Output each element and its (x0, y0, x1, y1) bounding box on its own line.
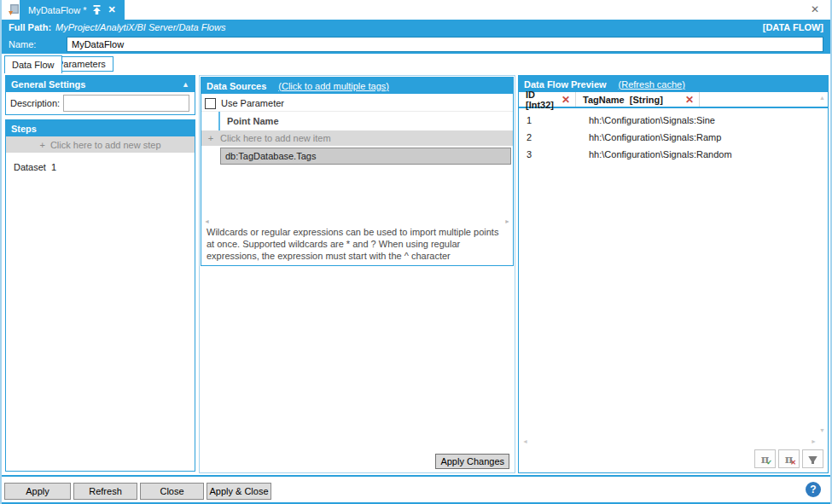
full-path-value: MyProject/AnalytiX/BI Server/Data Flows (55, 22, 225, 32)
plus-icon: + (39, 140, 44, 150)
use-parameter-label: Use Parameter (221, 98, 284, 108)
data-source-value[interactable]: db:TagDatabase.Tags (220, 148, 511, 165)
data-flow-preview-panel: Data Flow Preview (Refresh cache) ID [In… (518, 75, 829, 473)
cell-id: 1 (519, 115, 576, 125)
scroll-left-icon[interactable]: ◄ (204, 218, 210, 224)
refresh-cache-link[interactable]: (Refresh cache) (619, 79, 685, 90)
footer-bar: Apply Refresh Close Apply & Close ? (2, 475, 830, 504)
remove-column-icon[interactable]: ✕ (561, 94, 570, 106)
close-button[interactable]: Close (140, 483, 204, 500)
filter-button[interactable] (802, 449, 823, 468)
column-header-tagname[interactable]: TagName [String] ✕ (576, 92, 700, 107)
scroll-left-icon[interactable]: ◄ (522, 438, 528, 444)
preview-header: Data Flow Preview (Refresh cache) (519, 76, 828, 92)
cell-id: 3 (519, 149, 576, 159)
scroll-right-icon[interactable]: ► (811, 438, 817, 444)
form-tab-strip: Data Flow Parameters (2, 55, 830, 73)
dataflow-editor-window: MyDataFlow * ✕ ✕ Full Path: MyProject/An… (0, 0, 832, 504)
check-icon: ✓ (766, 459, 772, 466)
general-settings-header: General Settings ▲ (6, 76, 195, 92)
funnel-stem (812, 460, 814, 464)
cell-tagname: hh:\Configuration\Signals:Ramp (576, 132, 721, 142)
add-multiple-tags-link[interactable]: (Click to add multiple tags) (278, 81, 389, 91)
editor-header: Full Path: MyProject/AnalytiX/BI Server/… (2, 20, 830, 54)
data-source-row: db:TagDatabase.Tags (201, 148, 513, 165)
apply-button[interactable]: Apply (4, 483, 71, 500)
collapse-panel-icon[interactable]: ▲ (182, 80, 189, 89)
name-label: Name: (9, 39, 67, 49)
data-sources-panel: Data Sources (Click to add multiple tags… (201, 77, 514, 266)
steps-title: Steps (11, 124, 37, 134)
scroll-right-icon[interactable]: ► (504, 218, 510, 224)
column-tagname-label: TagName [String] (583, 95, 663, 105)
help-button[interactable]: ? (806, 482, 821, 497)
column-id-label: ID [Int32] (526, 90, 561, 110)
prefilter-enable-button[interactable]: π ✓ (754, 449, 776, 468)
row-indicator-gutter (201, 112, 220, 130)
steps-panel: Steps + Click here to add new step Datas… (5, 119, 195, 472)
data-sources-title: Data Sources (207, 81, 266, 91)
tab-close-icon[interactable]: ✕ (108, 4, 115, 15)
data-sources-header: Data Sources (Click to add multiple tags… (201, 78, 513, 94)
preview-grid-header: ID [Int32] ✕ TagName [String] ✕ (519, 92, 828, 108)
point-name-column-header: Point Name (201, 111, 513, 130)
preview-grid-rows: 1 hh:\Configuration\Signals:Sine 2 hh:\C… (519, 112, 828, 163)
use-parameter-checkbox[interactable] (205, 98, 216, 109)
step-detail-container: Data Sources (Click to add multiple tags… (199, 75, 515, 473)
add-step-label: Click here to add new step (50, 140, 161, 150)
point-name-label: Point Name (227, 116, 279, 126)
add-item-row[interactable]: + Click here to add new item (201, 130, 513, 146)
horizontal-scrollbar[interactable]: ◄ ► (201, 217, 513, 225)
prefilter-clear-button[interactable]: π ✕ (778, 449, 800, 468)
grid-filter-toolbar: π ✓ π ✕ (754, 449, 823, 468)
plus-icon: + (201, 133, 220, 143)
general-settings-title: General Settings (11, 79, 85, 90)
column-header-id[interactable]: ID [Int32] ✕ (519, 92, 576, 107)
apply-changes-button[interactable]: Apply Changes (435, 454, 509, 469)
scroll-up-icon[interactable]: ▲ (819, 95, 825, 101)
description-label: Description: (10, 98, 60, 108)
cell-tagname: hh:\Configuration\Signals:Sine (576, 115, 715, 125)
document-tab-bar: MyDataFlow * ✕ ✕ (2, 0, 830, 20)
remove-column-icon[interactable]: ✕ (685, 94, 694, 106)
add-item-label: Click here to add new item (220, 133, 331, 143)
table-row[interactable]: 1 hh:\Configuration\Signals:Sine (519, 112, 828, 129)
add-step-row[interactable]: + Click here to add new step (6, 136, 195, 153)
name-row: Name: (2, 35, 830, 54)
apply-and-close-button[interactable]: Apply & Close (207, 483, 271, 500)
item-type-badge: [DATA FLOW] (763, 22, 823, 32)
data-sources-empty-area (201, 165, 513, 217)
wildcards-help-text: Wildcards or regular expressions can be … (201, 225, 513, 265)
table-row[interactable]: 2 hh:\Configuration\Signals:Ramp (519, 129, 828, 146)
promote-icon[interactable] (92, 5, 102, 14)
preview-title: Data Flow Preview (524, 79, 607, 90)
full-path-label: Full Path: (9, 22, 51, 32)
editor-tab-mydataflow[interactable]: MyDataFlow * ✕ (20, 0, 125, 20)
window-close-icon[interactable]: ✕ (811, 3, 819, 15)
editor-tab-title: MyDataFlow * (28, 5, 86, 15)
editor-content: General Settings ▲ Description: Steps + … (2, 73, 830, 475)
full-path-row: Full Path: MyProject/AnalytiX/BI Server/… (2, 20, 830, 35)
dataflow-document-icon (9, 4, 19, 15)
steps-header: Steps (6, 120, 195, 136)
general-settings-panel: General Settings ▲ Description: (5, 75, 195, 115)
x-icon: ✕ (790, 459, 796, 466)
table-row[interactable]: 3 hh:\Configuration\Signals:Random (519, 146, 828, 163)
tab-data-flow[interactable]: Data Flow (4, 55, 62, 73)
name-input[interactable] (67, 37, 823, 52)
general-settings-body: Description: (6, 92, 195, 112)
refresh-button[interactable]: Refresh (73, 483, 137, 500)
scroll-down-icon[interactable]: ▼ (819, 427, 825, 433)
step-item-dataset1[interactable]: Dataset 1 (6, 153, 195, 182)
cell-tagname: hh:\Configuration\Signals:Random (576, 149, 732, 159)
description-input[interactable] (63, 95, 189, 112)
cell-id: 2 (519, 132, 576, 142)
use-parameter-row: Use Parameter (201, 96, 513, 111)
